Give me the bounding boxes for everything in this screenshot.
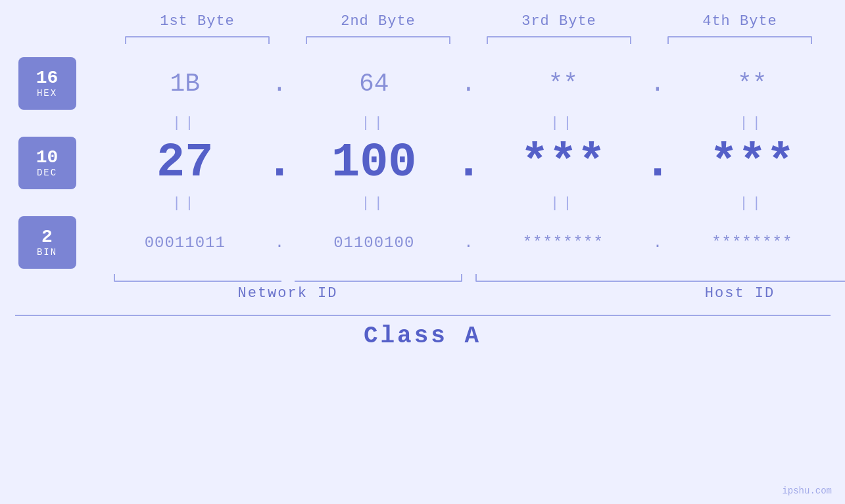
- hex-byte1: 1B: [107, 70, 264, 98]
- bin-badge-label: BIN: [37, 247, 57, 258]
- dec-badge-number: 10: [36, 148, 59, 168]
- main-container: 1st Byte 2nd Byte 3rd Byte 4th Byte 16 H…: [0, 0, 845, 504]
- bin-dot1: .: [263, 234, 296, 252]
- dec-badge: 10 DEC: [18, 137, 76, 189]
- bin-dot2: .: [452, 234, 485, 252]
- eq1-b4: ||: [674, 115, 831, 131]
- dec-dot1: .: [263, 136, 296, 190]
- hex-row: 16 HEX 1B . 64 . ** . **: [15, 57, 831, 110]
- eq-row-1: || || || ||: [15, 110, 831, 136]
- bin-byte4: ********: [674, 234, 831, 252]
- dec-byte2: 100: [296, 136, 452, 190]
- bin-row: 2 BIN 00011011 . 01100100 . ******** . *…: [15, 216, 831, 269]
- host-id-label: Host ID: [469, 285, 846, 302]
- dec-badge-label: DEC: [37, 168, 57, 178]
- bin-badge: 2 BIN: [18, 216, 76, 269]
- network-id-label: Network ID: [107, 285, 469, 302]
- hex-dot2: .: [452, 70, 485, 98]
- bin-byte2: 01100100: [296, 234, 452, 252]
- eq2-b3: ||: [485, 195, 642, 212]
- hex-byte3: **: [485, 70, 642, 98]
- hex-badge-number: 16: [36, 68, 59, 89]
- eq1-b1: ||: [107, 115, 264, 131]
- hex-badge: 16 HEX: [18, 57, 76, 110]
- byte-headers-row: 1st Byte 2nd Byte 3rd Byte 4th Byte: [0, 13, 845, 30]
- eq2-b1: ||: [107, 195, 264, 212]
- dec-byte4: ***: [674, 136, 831, 190]
- eq2-b2: ||: [296, 195, 452, 212]
- dec-dot2: .: [452, 136, 485, 190]
- hex-dot1: .: [263, 70, 296, 98]
- eq1-b2: ||: [296, 115, 452, 131]
- eq1-b3: ||: [485, 115, 642, 131]
- main-grid: 16 HEX 1B . 64 . ** . ** || || || ||: [15, 57, 831, 269]
- dec-byte3: ***: [485, 136, 642, 190]
- hex-dot3: .: [641, 70, 674, 98]
- class-line-container: Class A: [15, 315, 831, 350]
- dec-row: 10 DEC 27 . 100 . *** . ***: [15, 136, 831, 190]
- dec-dot3: .: [641, 136, 674, 190]
- top-brackets: [15, 36, 831, 44]
- eq-row-2: || || || ||: [15, 190, 831, 216]
- dec-byte1: 27: [107, 136, 264, 190]
- bin-badge-number: 2: [41, 227, 53, 248]
- byte3-header: 3rd Byte: [469, 13, 650, 30]
- hex-badge-label: HEX: [37, 88, 57, 99]
- eq2-b4: ||: [674, 195, 831, 212]
- hex-byte4: **: [674, 70, 831, 98]
- class-label: Class A: [15, 323, 831, 350]
- byte1-header: 1st Byte: [107, 13, 288, 30]
- footer-text: ipshu.com: [782, 486, 832, 496]
- bin-byte3: ********: [485, 234, 642, 252]
- bottom-section: Network ID Host ID Class A: [15, 274, 831, 353]
- byte2-header: 2nd Byte: [288, 13, 469, 30]
- bin-byte1: 00011011: [107, 234, 264, 252]
- bin-dot3: .: [641, 234, 674, 252]
- byte4-header: 4th Byte: [650, 13, 831, 30]
- hex-byte2: 64: [296, 70, 452, 98]
- class-divider: [15, 315, 831, 316]
